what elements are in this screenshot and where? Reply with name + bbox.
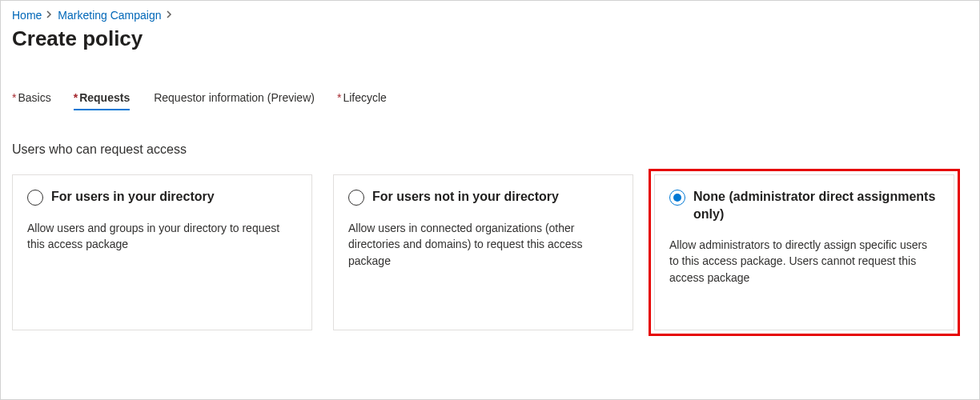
tab-requests[interactable]: *Requests (74, 91, 130, 109)
section-label: Users who can request access (12, 142, 968, 157)
tab-label: Requestor information (Preview) (154, 91, 315, 104)
options-row: For users in your directory Allow users … (12, 174, 968, 330)
tab-label: Lifecycle (343, 91, 386, 104)
breadcrumb: Home Marketing Campaign (12, 9, 968, 22)
tab-basics[interactable]: *Basics (12, 91, 51, 109)
chevron-right-icon (167, 10, 173, 21)
option-description: Allow users in connected organizations (… (348, 220, 618, 269)
option-description: Allow users and groups in your directory… (27, 220, 297, 253)
radio-icon[interactable] (669, 190, 685, 206)
tab-label: Requests (79, 91, 130, 104)
breadcrumb-link-home[interactable]: Home (12, 9, 42, 22)
tab-lifecycle[interactable]: *Lifecycle (337, 91, 387, 109)
option-title: None (administrator direct assignments o… (693, 188, 939, 222)
option-card-users-not-in-directory[interactable]: For users not in your directory Allow us… (333, 174, 633, 330)
breadcrumb-link-marketing-campaign[interactable]: Marketing Campaign (58, 9, 161, 22)
option-description: Allow administrators to directly assign … (669, 237, 939, 286)
radio-icon[interactable] (27, 190, 43, 206)
option-card-none-admin-only[interactable]: None (administrator direct assignments o… (654, 174, 954, 330)
chevron-right-icon (46, 10, 53, 21)
option-title: For users in your directory (51, 188, 215, 206)
option-card-users-in-directory[interactable]: For users in your directory Allow users … (12, 174, 312, 330)
option-title: For users not in your directory (372, 188, 559, 206)
tab-requestor-information[interactable]: Requestor information (Preview) (152, 91, 315, 109)
radio-icon[interactable] (348, 190, 364, 206)
tab-label: Basics (18, 91, 50, 104)
page-title: Create policy (12, 26, 968, 51)
tabs: *Basics *Requests Requestor information … (12, 91, 968, 109)
